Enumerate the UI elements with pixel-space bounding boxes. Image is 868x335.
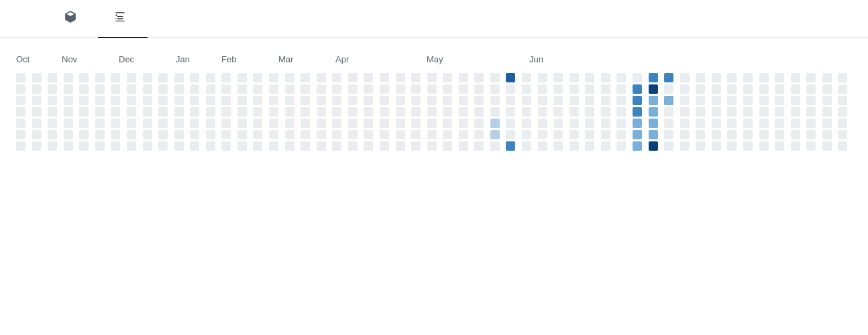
calendar-cell[interactable] <box>538 73 547 82</box>
calendar-cell[interactable] <box>348 130 358 139</box>
calendar-cell[interactable] <box>32 107 42 117</box>
calendar-cell[interactable] <box>459 73 468 82</box>
calendar-cell[interactable] <box>569 84 579 94</box>
calendar-cell[interactable] <box>775 84 784 94</box>
calendar-cell[interactable] <box>48 130 57 139</box>
calendar-cell[interactable] <box>301 141 310 151</box>
calendar-cell[interactable] <box>332 84 341 94</box>
calendar-cell[interactable] <box>838 130 847 139</box>
calendar-cell[interactable] <box>285 96 294 105</box>
calendar-cell[interactable] <box>712 84 721 94</box>
calendar-cell[interactable] <box>427 141 437 151</box>
calendar-cell[interactable] <box>48 73 57 82</box>
calendar-cell[interactable] <box>727 73 737 82</box>
calendar-cell[interactable] <box>791 107 800 117</box>
calendar-cell[interactable] <box>396 119 405 128</box>
calendar-cell[interactable] <box>190 141 199 151</box>
calendar-cell[interactable] <box>206 73 215 82</box>
calendar-cell[interactable] <box>649 141 658 151</box>
calendar-cell[interactable] <box>79 141 89 151</box>
calendar-cell[interactable] <box>601 107 610 117</box>
calendar-cell[interactable] <box>174 119 184 128</box>
calendar-cell[interactable] <box>317 130 326 139</box>
calendar-cell[interactable] <box>806 119 816 128</box>
calendar-cell[interactable] <box>616 84 626 94</box>
calendar-cell[interactable] <box>111 130 120 139</box>
calendar-cell[interactable] <box>48 107 57 117</box>
calendar-cell[interactable] <box>759 107 769 117</box>
calendar-cell[interactable] <box>443 73 452 82</box>
calendar-cell[interactable] <box>237 130 247 139</box>
calendar-cell[interactable] <box>664 119 673 128</box>
calendar-cell[interactable] <box>127 96 136 105</box>
calendar-cell[interactable] <box>443 119 452 128</box>
calendar-cell[interactable] <box>380 96 389 105</box>
calendar-cell[interactable] <box>174 73 184 82</box>
calendar-cell[interactable] <box>79 96 89 105</box>
calendar-cell[interactable] <box>727 141 737 151</box>
calendar-cell[interactable] <box>269 96 278 105</box>
calendar-cell[interactable] <box>522 119 531 128</box>
calendar-cell[interactable] <box>585 130 594 139</box>
calendar-cell[interactable] <box>158 84 168 94</box>
calendar-cell[interactable] <box>522 107 531 117</box>
calendar-cell[interactable] <box>838 96 847 105</box>
calendar-cell[interactable] <box>712 141 721 151</box>
calendar-cell[interactable] <box>253 141 262 151</box>
calendar-cell[interactable] <box>775 73 784 82</box>
calendar-cell[interactable] <box>616 73 626 82</box>
calendar-cell[interactable] <box>411 130 421 139</box>
calendar-cell[interactable] <box>32 84 42 94</box>
calendar-cell[interactable] <box>285 141 294 151</box>
calendar-cell[interactable] <box>443 107 452 117</box>
calendar-cell[interactable] <box>633 73 642 82</box>
calendar-cell[interactable] <box>680 119 690 128</box>
calendar-cell[interactable] <box>301 107 310 117</box>
calendar-cell[interactable] <box>237 119 247 128</box>
calendar-cell[interactable] <box>269 141 278 151</box>
calendar-cell[interactable] <box>190 119 199 128</box>
calendar-cell[interactable] <box>538 96 547 105</box>
calendar-cell[interactable] <box>348 84 358 94</box>
calendar-cell[interactable] <box>253 130 262 139</box>
calendar-cell[interactable] <box>253 73 262 82</box>
calendar-cell[interactable] <box>111 107 120 117</box>
calendar-cell[interactable] <box>16 107 25 117</box>
calendar-cell[interactable] <box>79 84 89 94</box>
calendar-cell[interactable] <box>490 141 500 151</box>
calendar-cell[interactable] <box>285 119 294 128</box>
calendar-cell[interactable] <box>174 130 184 139</box>
calendar-cell[interactable] <box>601 119 610 128</box>
calendar-cell[interactable] <box>443 84 452 94</box>
calendar-cell[interactable] <box>95 107 105 117</box>
calendar-cell[interactable] <box>791 73 800 82</box>
calendar-cell[interactable] <box>364 141 373 151</box>
calendar-cell[interactable] <box>806 73 816 82</box>
calendar-cell[interactable] <box>380 141 389 151</box>
calendar-cell[interactable] <box>664 73 673 82</box>
calendar-cell[interactable] <box>443 96 452 105</box>
calendar-cell[interactable] <box>506 141 515 151</box>
calendar-cell[interactable] <box>64 119 73 128</box>
calendar-cell[interactable] <box>64 107 73 117</box>
calendar-cell[interactable] <box>411 119 421 128</box>
calendar-cell[interactable] <box>696 107 705 117</box>
calendar-cell[interactable] <box>822 141 832 151</box>
calendar-cell[interactable] <box>237 96 247 105</box>
calendar-cell[interactable] <box>506 119 515 128</box>
calendar-cell[interactable] <box>269 107 278 117</box>
calendar-cell[interactable] <box>332 107 341 117</box>
calendar-cell[interactable] <box>364 107 373 117</box>
calendar-cell[interactable] <box>237 84 247 94</box>
calendar-cell[interactable] <box>396 96 405 105</box>
calendar-cell[interactable] <box>838 84 847 94</box>
calendar-cell[interactable] <box>506 107 515 117</box>
calendar-cell[interactable] <box>727 119 737 128</box>
calendar-cell[interactable] <box>364 84 373 94</box>
calendar-cell[interactable] <box>48 96 57 105</box>
calendar-cell[interactable] <box>459 96 468 105</box>
calendar-cell[interactable] <box>585 84 594 94</box>
calendar-cell[interactable] <box>332 73 341 82</box>
calendar-cell[interactable] <box>601 130 610 139</box>
calendar-cell[interactable] <box>806 141 816 151</box>
